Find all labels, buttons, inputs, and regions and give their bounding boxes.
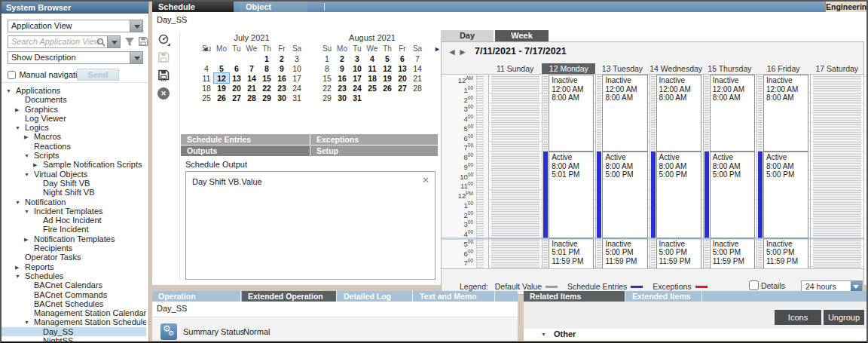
tree-item-reactions[interactable]: Reactions	[2, 142, 146, 151]
calendar-day[interactable]: 12	[380, 63, 395, 73]
calendar-day[interactable]: 10	[350, 63, 365, 73]
calendar-day[interactable]: 30	[335, 93, 350, 103]
tree-item-graphics[interactable]: ▶Graphics	[2, 105, 146, 114]
group-expanded-icon[interactable]: ▼	[541, 332, 546, 337]
calendar-day[interactable]: 6	[229, 63, 244, 73]
calendar-day[interactable]: 2	[335, 54, 350, 63]
week-prev-icon[interactable]: ◄	[448, 47, 458, 57]
tree-expanded-icon[interactable]: ▼	[24, 318, 34, 327]
calendar-day[interactable]: 5	[214, 63, 229, 73]
search-icon[interactable]	[96, 38, 105, 47]
search-input[interactable]: Search Application View	[8, 35, 108, 48]
calendar-day[interactable]: 18	[365, 73, 380, 83]
calendar-day[interactable]: 16	[274, 73, 289, 83]
tab-outputs[interactable]: Outputs	[181, 145, 310, 156]
calendar-day[interactable]: 27	[229, 93, 244, 103]
schedule-event-inactive[interactable]: Inactive5:00 PM11:59 PM	[656, 238, 701, 269]
tab-schedule[interactable]: Schedule	[152, 2, 234, 12]
tree-item-applications[interactable]: ▼Applications	[2, 86, 146, 95]
schedule-event-inactive[interactable]: Inactive5:00 PM11:59 PM	[602, 238, 647, 269]
calendar-day[interactable]: 19	[214, 83, 229, 93]
output-item[interactable]: Day Shift VB.Value	[192, 177, 262, 186]
schedule-event-active[interactable]: Active8:00 AM5:01 PM	[549, 152, 594, 238]
schedule-event-active[interactable]: Active8:00 AM5:00 PM	[763, 152, 808, 238]
time-scale-arrow-icon[interactable]	[851, 281, 862, 292]
calendar-day[interactable]: 25	[365, 83, 380, 93]
calendar-day[interactable]: 3	[289, 54, 304, 63]
calendar-day[interactable]: 26	[380, 83, 395, 93]
tab-extended-items[interactable]: Extended Items	[626, 291, 702, 302]
schedule-event-inactive[interactable]: Inactive12:00 AM8:00 AM	[549, 75, 594, 152]
calendar-day[interactable]: 10	[289, 63, 304, 73]
day-header-17-saturday[interactable]: 17 Saturday	[810, 63, 863, 74]
calendar-day[interactable]: 15	[319, 73, 335, 83]
week-next-icon[interactable]: ►	[458, 47, 469, 57]
tree-item-day-ss[interactable]: Day_SS	[2, 327, 146, 336]
tree-item-notification[interactable]: ▼Notification	[2, 198, 146, 207]
schedule-event-inactive[interactable]: Inactive12:00 AM8:00 AM	[763, 75, 808, 152]
send-button[interactable]: Send	[77, 69, 119, 81]
calendar-day[interactable]: 4	[199, 63, 214, 73]
calendar-day[interactable]: 24	[350, 83, 365, 93]
day-header-13-tuesday[interactable]: 13 Tuesday	[595, 63, 649, 74]
ungroup-button[interactable]: Ungroup	[824, 310, 864, 325]
calendar-day[interactable]: 17	[289, 73, 304, 83]
tab-day-view[interactable]: Day	[441, 30, 494, 41]
calendar-day[interactable]: 5	[380, 54, 395, 63]
schedule-event-active[interactable]: Active8:00 AM5:00 PM	[710, 152, 755, 238]
calendar-day[interactable]: 2	[274, 54, 289, 63]
search-history-arrow-icon[interactable]	[107, 35, 121, 48]
tree-item-sample-notification-scripts[interactable]: ▶Sample Notification Scripts	[2, 160, 146, 169]
tree-collapsed-icon[interactable]: ▶	[24, 133, 34, 142]
tab-week-view[interactable]: Week	[495, 30, 549, 41]
calendar-day[interactable]: 23	[274, 83, 289, 93]
calendar-day[interactable]: 13	[229, 73, 244, 83]
calendar-day[interactable]: 7	[410, 54, 425, 63]
tab-schedule-entries[interactable]: Schedule Entries	[181, 134, 310, 145]
calendar-day[interactable]: 28	[244, 93, 259, 103]
tab-extended-operation[interactable]: Extended Operation	[242, 291, 337, 302]
save-as-icon[interactable]	[157, 69, 173, 84]
description-select-arrow-icon[interactable]	[130, 51, 143, 64]
view-select-arrow-icon[interactable]	[130, 20, 143, 32]
calendar-day[interactable]: 4	[365, 54, 380, 63]
remove-output-icon[interactable]: ✕	[422, 175, 429, 185]
tree-item-bacnet-calendars[interactable]: BACnet Calendars	[2, 280, 146, 289]
calendar-day[interactable]: 21	[410, 73, 425, 83]
calendar-day[interactable]: 22	[259, 83, 274, 93]
tree-item-incident-templates[interactable]: ▼Incident Templates	[2, 207, 146, 216]
tab-detailed-log[interactable]: Detailed Log	[338, 291, 413, 302]
calendar-day[interactable]: 19	[380, 73, 395, 83]
calendar-day[interactable]: 30	[274, 93, 289, 103]
calendar-day[interactable]: 12	[214, 73, 229, 83]
calendar-day[interactable]: 15	[259, 73, 274, 83]
day-header-11-sunday[interactable]: 11 Sunday	[488, 63, 542, 74]
schedule-event-inactive[interactable]: Inactive12:00 AM8:00 AM	[710, 75, 755, 152]
schedule-event-inactive[interactable]: Inactive12:00 AM8:00 AM	[656, 75, 701, 152]
calendar-day[interactable]: 1	[259, 54, 274, 63]
manual-navigation-checkbox[interactable]	[8, 71, 16, 79]
day-header-16-friday[interactable]: 16 Friday	[756, 63, 810, 74]
tree-item-schedules[interactable]: ▼Schedules	[2, 271, 146, 280]
details-checkbox[interactable]	[749, 280, 759, 290]
schedule-event-inactive[interactable]: Inactive5:01 PM11:59 PM	[549, 238, 594, 269]
calendar-day[interactable]: 20	[229, 83, 244, 93]
calendar-day[interactable]: 18	[199, 83, 214, 93]
calendar-day[interactable]: 23	[335, 83, 350, 93]
tree-item-reports[interactable]: ▶Reports	[2, 262, 146, 271]
calendar-day[interactable]: 31	[289, 93, 304, 103]
calendar-day[interactable]: 21	[244, 83, 259, 93]
tab-engineering-workspace[interactable]: Engineering	[825, 2, 866, 12]
month-next-icon[interactable]: ►	[434, 45, 441, 53]
tree-item-recipients[interactable]: Recipients	[2, 243, 146, 253]
tab-related-items[interactable]: Related Items	[524, 291, 625, 302]
schedule-event-inactive[interactable]: Inactive5:00 PM11:59 PM	[763, 238, 808, 269]
calendar-day[interactable]: 13	[395, 63, 410, 73]
schedule-event-active[interactable]: Active8:00 AM5:00 PM	[656, 152, 701, 238]
calendar-day[interactable]: 11	[365, 63, 380, 73]
discard-icon[interactable]: ✕	[157, 87, 173, 103]
schedule-menu-icon[interactable]	[157, 33, 173, 48]
tab-operation[interactable]: Operation	[152, 291, 241, 302]
tree-item-macros[interactable]: ▶Macros	[2, 132, 146, 141]
tab-object-configurator[interactable]: Object Configurator	[240, 2, 307, 12]
